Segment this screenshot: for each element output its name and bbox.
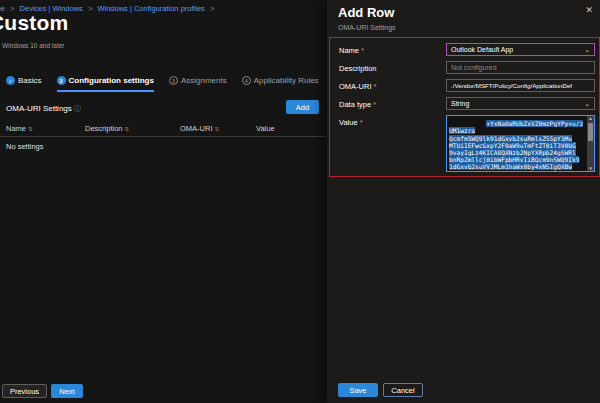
panel-subtitle: OMA-URI Settings: [338, 24, 396, 31]
step-label: Configuration settings: [69, 76, 154, 85]
value-field-label: Value*: [339, 118, 363, 127]
panel-title: Add Row: [338, 5, 394, 20]
screen: Home > Devices | Windows > Windows | Con…: [0, 0, 600, 403]
step-configuration-settings[interactable]: 2 Configuration settings: [57, 76, 154, 92]
oma-uri-settings-heading: OMA-URI Settingsⓘ: [6, 104, 81, 114]
sort-icon: ⇅: [125, 126, 130, 132]
next-button[interactable]: Next: [51, 384, 83, 398]
sort-icon: ⇅: [28, 126, 33, 132]
settings-table-header: Name ⇅ Description ⇅ OMA-URI ⇅ Value: [0, 121, 326, 137]
name-field-label: Name*: [339, 46, 364, 55]
cancel-button[interactable]: Cancel: [383, 383, 423, 397]
column-header-name[interactable]: Name ⇅: [6, 124, 33, 133]
oma-uri-field-value: ./Vendor/MSFT/Policy/Config/ApplicationD…: [451, 82, 572, 89]
column-label: OMA-URI: [180, 124, 213, 133]
check-icon: ✓: [6, 76, 15, 85]
breadcrumb-separator: >: [210, 4, 214, 13]
required-asterisk: *: [374, 82, 377, 91]
column-header-value[interactable]: Value: [256, 124, 275, 133]
scroll-up-icon[interactable]: ▲: [587, 116, 594, 121]
name-field-value: Outlook Default App: [451, 46, 513, 53]
step-label: Basics: [18, 76, 42, 85]
description-field-label: Description: [339, 64, 377, 73]
step-number-icon: 2: [57, 76, 66, 85]
required-asterisk: *: [361, 46, 364, 55]
info-icon[interactable]: ⓘ: [74, 105, 81, 112]
data-type-field-label: Data type*: [339, 100, 376, 109]
step-basics[interactable]: ✓ Basics: [6, 76, 42, 90]
step-assignments[interactable]: 3 Assignments: [169, 76, 227, 90]
column-label: Value: [256, 124, 275, 133]
column-header-description[interactable]: Description ⇅: [85, 124, 129, 133]
data-type-select[interactable]: String ⌄: [446, 97, 595, 110]
empty-table-message: No settings: [6, 142, 44, 151]
scrollbar[interactable]: ▲ ▼: [587, 116, 594, 171]
required-asterisk: *: [373, 100, 376, 109]
field-label-text: Value: [339, 118, 358, 127]
value-textarea[interactable]: +YxNa0aRUbZxVZ0mzPqYPy+u/zUM1wzra Qcmfm5…: [446, 115, 595, 172]
previous-button[interactable]: Previous: [2, 384, 47, 398]
scrollbar-thumb[interactable]: [588, 123, 593, 141]
data-type-value: String: [451, 100, 469, 107]
add-row-panel: Add Row ✕ OMA-URI Settings Name* Outlook…: [327, 0, 600, 403]
add-button[interactable]: Add: [286, 100, 319, 114]
field-label-text: Description: [339, 64, 377, 73]
required-asterisk: *: [360, 118, 363, 127]
scroll-down-icon[interactable]: ▼: [587, 166, 594, 171]
close-icon[interactable]: ✕: [585, 5, 593, 15]
step-applicability-rules[interactable]: 4 Applicability Rules: [242, 76, 319, 90]
chevron-down-icon: ⌄: [584, 47, 590, 52]
step-number-icon: 3: [169, 76, 178, 85]
column-header-oma-uri[interactable]: OMA-URI ⇅: [180, 124, 219, 133]
field-label-text: OMA-URI: [339, 82, 372, 91]
step-number-icon: 4: [242, 76, 251, 85]
sort-icon: ⇅: [215, 126, 220, 132]
oma-uri-field[interactable]: ./Vendor/MSFT/Policy/Config/ApplicationD…: [446, 79, 595, 92]
description-placeholder: Not configured: [451, 64, 497, 71]
chevron-down-icon: ⌄: [584, 101, 590, 106]
section-label-text: OMA-URI Settings: [6, 104, 72, 113]
step-label: Assignments: [181, 76, 227, 85]
value-text: +YxNa0aRUbZxVZ0mzPqYPy+u/zUM1wzra Qcmfm5…: [449, 115, 585, 172]
page-title: Custom: [0, 11, 68, 35]
step-label: Applicability Rules: [254, 76, 319, 85]
save-button[interactable]: Save: [338, 383, 378, 397]
validation-highlight-box: Name* Outlook Default App ⌄ Description …: [329, 37, 600, 177]
field-label-text: Data type: [339, 100, 371, 109]
name-field[interactable]: Outlook Default App ⌄: [446, 43, 595, 56]
field-label-text: Name: [339, 46, 359, 55]
column-label: Description: [85, 124, 123, 133]
wizard-steps: ✓ Basics 2 Configuration settings 3 Assi…: [6, 76, 379, 92]
column-label: Name: [6, 124, 26, 133]
breadcrumb-separator: >: [88, 4, 92, 13]
breadcrumb-link-configuration-profiles[interactable]: Windows | Configuration profiles: [97, 4, 204, 13]
oma-uri-field-label: OMA-URI*: [339, 82, 376, 91]
page-subtitle: Windows 10 and later: [2, 42, 65, 49]
value-selected-text: +YxNa0aRUbZxVZ0mzPqYPy+u/zUM1wzra Qcmfm5…: [449, 120, 583, 172]
description-field[interactable]: Not configured: [446, 61, 595, 74]
